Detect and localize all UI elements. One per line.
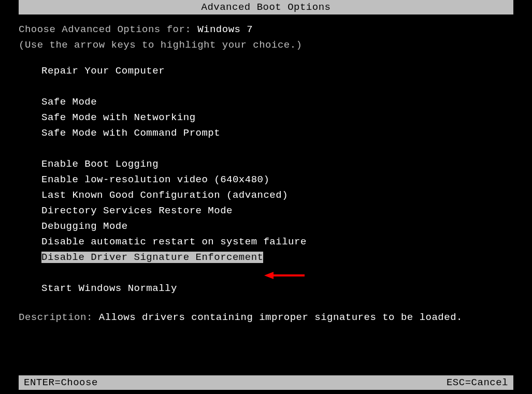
title-bar: Advanced Boot Options: [19, 0, 513, 14]
option-enable-boot-logging[interactable]: Enable Boot Logging: [41, 158, 159, 170]
footer-bar: ENTER=Choose ESC=Cancel: [19, 375, 513, 390]
description-row: Description: Allows drivers containing i…: [19, 312, 513, 323]
option-low-res-video[interactable]: Enable low-resolution video (640x480): [41, 174, 269, 185]
blank-line: [41, 267, 513, 283]
content-area: Choose Advanced Options for: Windows 7 (…: [0, 14, 532, 323]
option-safe-mode[interactable]: Safe Mode: [41, 96, 97, 108]
option-debugging-mode[interactable]: Debugging Mode: [41, 221, 128, 232]
option-directory-services-restore[interactable]: Directory Services Restore Mode: [41, 205, 233, 216]
option-repair-your-computer[interactable]: Repair Your Computer: [41, 65, 165, 77]
os-name: Windows 7: [197, 24, 253, 35]
option-safe-mode-networking[interactable]: Safe Mode with Networking: [41, 112, 196, 123]
description-label: Description:: [19, 312, 99, 323]
option-safe-mode-command-prompt[interactable]: Safe Mode with Command Prompt: [41, 127, 220, 139]
blank-line: [41, 81, 513, 96]
prompt-prefix: Choose Advanced Options for:: [19, 24, 197, 35]
blank-line: [41, 143, 513, 158]
option-last-known-good[interactable]: Last Known Good Configuration (advanced): [41, 189, 288, 201]
screen-title: Advanced Boot Options: [202, 2, 331, 13]
option-start-windows-normally[interactable]: Start Windows Normally: [41, 283, 177, 294]
options-list: Repair Your Computer Safe Mode Safe Mode…: [41, 65, 513, 298]
hint-line: (Use the arrow keys to highlight your ch…: [19, 39, 513, 51]
description-text: Allows drivers containing improper signa…: [99, 312, 463, 323]
footer-enter-hint: ENTER=Choose: [24, 377, 98, 388]
prompt-line: Choose Advanced Options for: Windows 7: [19, 24, 513, 35]
option-disable-auto-restart[interactable]: Disable automatic restart on system fail…: [41, 236, 307, 247]
option-disable-driver-signature[interactable]: Disable Driver Signature Enforcement: [41, 252, 263, 263]
footer-esc-hint: ESC=Cancel: [447, 377, 508, 388]
